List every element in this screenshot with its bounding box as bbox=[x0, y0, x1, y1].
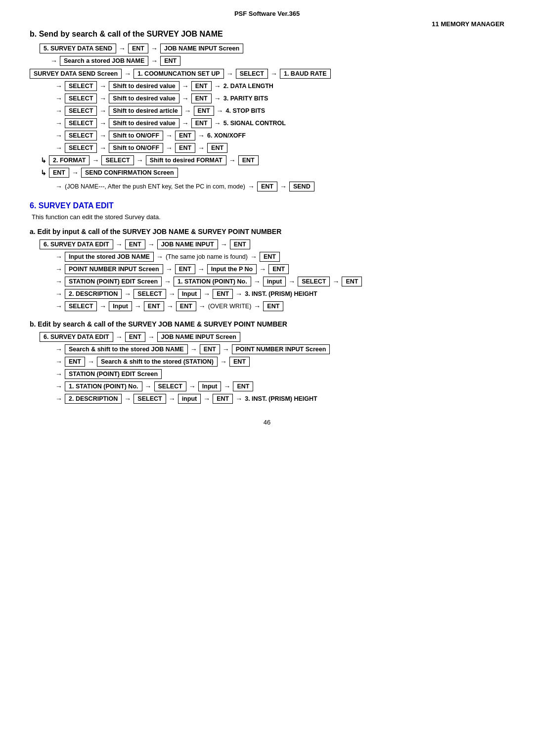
box-send-confirmation: SEND CONFIRMATION Screen bbox=[81, 168, 178, 178]
arrow-b1-2: → bbox=[148, 333, 155, 341]
box-ent-3c: ENT bbox=[194, 106, 214, 116]
flow-3-main: SURVEY DATA SEND Screen → 1. COOMUNCATIO… bbox=[30, 69, 504, 79]
arrow-a1-2: → bbox=[148, 240, 155, 248]
box-job-name-input-screen-b1: JOB NAME INPUT Screen bbox=[157, 332, 240, 342]
flow-1: 5. SURVEY DATA SEND → ENT → JOB NAME INP… bbox=[40, 44, 504, 53]
arrow-a4-1: → bbox=[55, 278, 62, 285]
box-select-a6: SELECT bbox=[65, 301, 97, 311]
flow-b3: → ENT → Search & shift to the stored (ST… bbox=[54, 357, 504, 367]
box-ent-b3-2: ENT bbox=[229, 357, 250, 367]
flow-3i: → (JOB NAME---, After the push ENT key, … bbox=[54, 182, 504, 191]
arrow-b2-3: → bbox=[222, 345, 229, 353]
box-ent-3e: ENT bbox=[175, 131, 195, 141]
arrow-3i-start: → bbox=[55, 183, 62, 190]
box-input-a5: Input bbox=[178, 289, 201, 299]
box-search-station-b3: Search & shift to the stored (STATION) bbox=[97, 357, 218, 367]
flow-3h: ↳ ENT → SEND CONFIRMATION Screen bbox=[40, 168, 504, 178]
arrow-a1-3: → bbox=[221, 240, 227, 248]
arrow-3b-1: → bbox=[55, 94, 62, 102]
arrow-3a-3: → bbox=[182, 82, 189, 90]
box-job-name-input-a1: JOB NAME INPUT bbox=[157, 239, 218, 249]
corner-arrow-3g: ↳ bbox=[41, 156, 46, 164]
arrow-3h-1: → bbox=[72, 169, 79, 177]
box-ent-2: ENT bbox=[160, 56, 180, 66]
flow-3d: → SELECT → Shift to desired value → ENT … bbox=[54, 118, 504, 128]
box-ent-a1-2: ENT bbox=[230, 239, 250, 249]
arrow-a6-4: → bbox=[167, 302, 174, 310]
arrow-3a-2: → bbox=[99, 82, 106, 90]
flow-3g: ↳ 2. FORMAT → SELECT → Shift to desired … bbox=[40, 155, 504, 165]
arrow-a3-2: → bbox=[166, 265, 173, 273]
arrow-a3-4: → bbox=[259, 265, 266, 273]
box-ent-b2: ENT bbox=[200, 344, 220, 354]
arrow-b2-2: → bbox=[190, 345, 197, 353]
arrow-a1-1: → bbox=[116, 240, 123, 248]
box-desc-a5: 2. DESCRIPTION bbox=[65, 289, 122, 299]
box-select-3f: SELECT bbox=[65, 143, 97, 153]
box-shift-onoff-3e: Shift to ON/OFF bbox=[109, 131, 163, 141]
text-data-length: 2. DATA LENGTH bbox=[223, 83, 273, 90]
box-select-3d: SELECT bbox=[65, 118, 97, 128]
arrow-3i-mid: → bbox=[248, 183, 255, 190]
flow-3c: → SELECT → Shift to desired article → EN… bbox=[54, 106, 504, 116]
arrow-b1-1: → bbox=[116, 333, 123, 341]
box-ent-a6-1: ENT bbox=[144, 301, 164, 311]
box-ent-a5: ENT bbox=[213, 289, 233, 299]
flow-3f: → SELECT → Shift to ON/OFF → ENT → ENT bbox=[54, 143, 504, 153]
box-ent-b6: ENT bbox=[213, 394, 233, 404]
box-select-a5: SELECT bbox=[134, 289, 166, 299]
box-ent-3f-2: ENT bbox=[207, 143, 227, 153]
box-job-name-input: JOB NAME INPUT Screen bbox=[160, 44, 243, 53]
arrow-3g-1: → bbox=[92, 156, 99, 164]
arrow-3e-2: → bbox=[99, 132, 106, 140]
arrow-3c-3: → bbox=[184, 107, 191, 115]
box-ent-a6-3: ENT bbox=[263, 301, 283, 311]
arrow-3f-2: → bbox=[99, 144, 106, 152]
box-comms-setup: 1. COOMUNCATION SET UP bbox=[134, 69, 223, 79]
box-select-3e: SELECT bbox=[65, 131, 97, 141]
arrow-a5-4: → bbox=[203, 290, 210, 298]
arrow-3c-4: → bbox=[217, 107, 223, 115]
arrow-a5-3: → bbox=[169, 290, 176, 298]
box-baud-rate: 1. BAUD RATE bbox=[280, 69, 331, 79]
flow-b5: → 1. STATION (POINT) No. → SELECT → Inpu… bbox=[54, 381, 504, 391]
arrow-3d-4: → bbox=[214, 119, 221, 127]
box-ent-a3-2: ENT bbox=[268, 264, 289, 274]
arrow-3f-3: → bbox=[166, 144, 173, 152]
arrow-a4-3: → bbox=[254, 278, 261, 285]
box-ent-1: ENT bbox=[128, 44, 148, 53]
arrow-3d-2: → bbox=[99, 119, 106, 127]
flow-a4: → STATION (POINT) EDIT Screen → 1. STATI… bbox=[54, 277, 504, 286]
arrow-b5-2: → bbox=[145, 382, 152, 390]
arrow-3: → bbox=[50, 57, 57, 65]
box-survey-data-send: 5. SURVEY DATA SEND bbox=[40, 44, 116, 53]
arrow-1: → bbox=[119, 45, 126, 52]
arrow-a6-2: → bbox=[99, 302, 106, 310]
text-xon-xoff: 6. XON/XOFF bbox=[207, 132, 246, 139]
box-ent-a2: ENT bbox=[260, 252, 280, 262]
arrow-b5-3: → bbox=[189, 382, 196, 390]
box-station-no-b5: 1. STATION (POINT) No. bbox=[65, 381, 142, 391]
box-ent-a4: ENT bbox=[342, 277, 362, 286]
arrow-a2-1: → bbox=[55, 253, 62, 261]
arrow-a4-2: → bbox=[164, 278, 171, 285]
arrow-b6-3: → bbox=[169, 395, 176, 403]
box-ent-3d: ENT bbox=[191, 118, 212, 128]
text-same-job: (The same job name is found) bbox=[166, 253, 248, 260]
arrow-7: → bbox=[270, 70, 277, 78]
box-ent-b1: ENT bbox=[125, 332, 145, 342]
arrow-3e-3: → bbox=[166, 132, 173, 140]
box-select-1: SELECT bbox=[236, 69, 268, 79]
arrow-a4-4: → bbox=[288, 278, 295, 285]
box-input-b6: input bbox=[178, 394, 201, 404]
box-input-job-name: Input the stored JOB NAME bbox=[65, 252, 154, 262]
box-ent-3h: ENT bbox=[49, 168, 69, 178]
arrow-3d-1: → bbox=[55, 119, 62, 127]
text-inst-prism-a5: 3. INST. (PRISM) HEIGHT bbox=[245, 290, 317, 297]
arrow-3b-2: → bbox=[99, 94, 106, 102]
arrow-b5-1: → bbox=[55, 382, 62, 390]
arrow-a3-1: → bbox=[55, 265, 62, 273]
arrow-b2-1: → bbox=[55, 345, 62, 353]
text-stop-bits: 4. STOP BITS bbox=[226, 107, 265, 114]
box-shift-onoff-3f: Shift to ON/OFF bbox=[109, 143, 163, 153]
